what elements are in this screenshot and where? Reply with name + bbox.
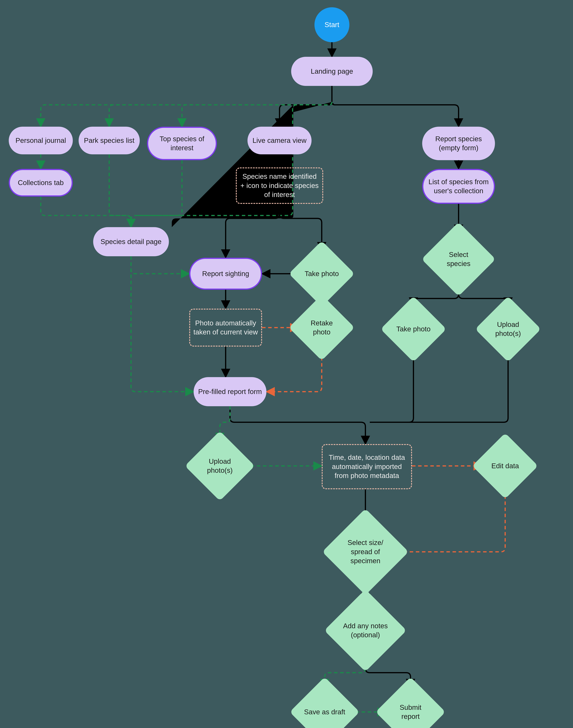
upload-photos1-label: Upload photo(s) [198,457,242,475]
prefilled-form-label: Pre-filled report form [198,387,262,396]
retake-photo-label: Retake photo [301,319,343,337]
report-empty-label: Report species (empty form) [425,135,492,153]
report-empty-node: Report species (empty form) [422,127,495,160]
user-collection-node: List of species from user's collection [422,169,495,204]
personal-journal-node: Personal journal [9,127,73,154]
edges-layer [0,0,573,728]
upload-photos2-label: Upload photo(s) [487,320,529,338]
live-camera-label: Live camera view [253,136,307,145]
report-sighting-node: Report sighting [189,258,262,290]
journal-label: Personal journal [15,136,66,145]
save-draft-node: Save as draft [300,687,349,728]
take-photo2-node: Take photo [390,306,437,352]
edit-data-node: Edit data [482,443,528,489]
take-photo-cam-label: Take photo [303,269,341,278]
add-notes-label: Add any notes (optional) [339,621,392,640]
submit-report-label: Submit report [388,703,433,721]
flowchart-canvas: Start Landing page Personal journal Park… [0,0,573,728]
collections-label: Collections tab [18,178,64,187]
report-sighting-label: Report sighting [202,269,249,278]
prefilled-form-node: Pre-filled report form [194,377,266,406]
species-id-label: Species name identified + icon to indica… [240,172,319,199]
select-size-node: Select size/ spread of specimen [335,521,396,582]
take-photo-cam-node: Take photo [299,250,345,297]
live-camera-node: Live camera view [248,127,312,154]
park-list-label: Park species list [84,136,135,145]
start-label: Start [324,20,339,29]
species-identified-node: Species name identified + icon to indica… [236,167,323,204]
auto-photo-node: Photo automatically taken of current vie… [189,309,262,347]
take-photo2-label: Take photo [395,324,432,333]
submit-report-node: Submit report [386,687,435,728]
landing-label: Landing page [311,67,353,76]
top-species-label: Top species of interest [151,135,213,153]
save-draft-label: Save as draft [303,708,347,717]
select-species-node: Select species [432,233,485,285]
select-species-label: Select species [435,250,482,268]
start-node: Start [314,7,349,42]
top-species-node: Top species of interest [147,127,217,160]
landing-page-node: Landing page [291,57,373,86]
metadata-import-label: Time, date, location data automatically … [325,453,408,480]
user-collection-label: List of species from user's collection [426,177,491,196]
edit-data-label: Edit data [490,461,520,470]
park-species-list-node: Park species list [79,127,140,154]
collections-tab-node: Collections tab [9,169,73,197]
species-detail-label: Species detail page [101,237,162,246]
auto-photo-label: Photo automatically taken of current vie… [193,319,258,337]
retake-photo-node: Retake photo [299,304,345,351]
add-notes-node: Add any notes (optional) [336,601,395,660]
upload-photos1-node: Upload photo(s) [195,441,245,491]
select-size-label: Select size/ spread of specimen [338,538,393,565]
upload-photos2-node: Upload photo(s) [485,306,531,352]
species-detail-node: Species detail page [93,227,169,256]
metadata-import-node: Time, date, location data automatically … [322,444,412,489]
